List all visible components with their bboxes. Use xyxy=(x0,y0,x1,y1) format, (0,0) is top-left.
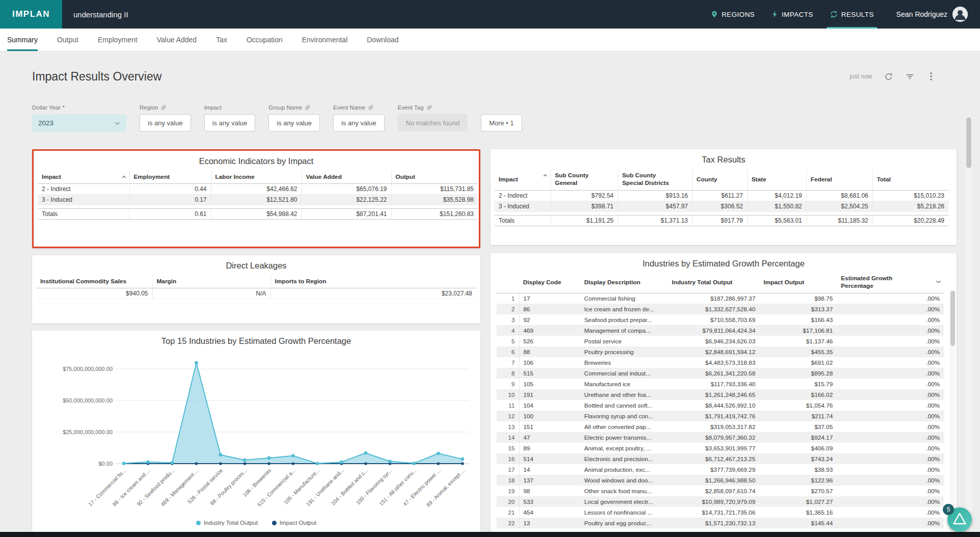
column-header[interactable]: Employment xyxy=(129,171,211,184)
user-menu[interactable]: Sean Rodriguez xyxy=(896,0,968,29)
table-row[interactable]: $940.05N/A$23,027.48 xyxy=(36,288,476,299)
column-header[interactable]: Margin xyxy=(152,275,270,288)
chart-point[interactable] xyxy=(219,462,222,465)
column-header[interactable]: Display Code xyxy=(519,272,580,293)
refresh-button[interactable] xyxy=(883,71,893,82)
chart-point[interactable] xyxy=(316,462,319,465)
table-row[interactable]: 286Ice cream and frozen de...$1,332,627,… xyxy=(497,304,944,314)
column-header[interactable]: State xyxy=(747,169,806,190)
tab-occupation[interactable]: Occupation xyxy=(247,29,283,51)
table-row[interactable]: 1589Animal, except poultry, ...$3,653,90… xyxy=(497,443,944,453)
table-row[interactable]: 12100Flavoring syrup and con...$1,791,41… xyxy=(497,411,944,421)
column-header[interactable]: Sub CountySpecial Districts xyxy=(618,169,692,190)
column-header[interactable]: Display Description xyxy=(580,272,668,293)
chart-point[interactable] xyxy=(243,462,247,465)
nav-regions[interactable]: REGIONS xyxy=(702,0,763,29)
table-row[interactable]: 3 - Induced$398.71$457.97$306.52$1,550.8… xyxy=(495,201,948,211)
filter-toggle-button[interactable] xyxy=(905,71,915,82)
chart-point[interactable] xyxy=(364,451,368,455)
table-row[interactable]: 1447Electric power transmis...$8,079,957… xyxy=(497,432,944,443)
chart-point[interactable] xyxy=(292,462,295,465)
nav-impacts[interactable]: IMPACTS xyxy=(763,0,822,29)
table-row[interactable]: 2 - Indirect$792.54$913.16$611.27$4,012.… xyxy=(495,190,948,201)
column-header[interactable]: Impact xyxy=(495,169,551,190)
table-row[interactable]: 20533Local government electr...$10,989,7… xyxy=(497,496,944,507)
chart-point[interactable] xyxy=(195,361,198,365)
table-row[interactable]: 3 - Induced0.17$12,521.80$22,125.22$35,5… xyxy=(38,195,478,205)
chart-point[interactable] xyxy=(291,454,295,458)
tab-employment[interactable]: Employment xyxy=(98,29,138,51)
column-header[interactable]: Output xyxy=(391,171,478,184)
table-row[interactable]: 7106Breweries$4,483,573,318.83$691.02.00… xyxy=(497,357,944,368)
legend-item[interactable]: Impact Output xyxy=(272,520,316,526)
chart-point[interactable] xyxy=(437,462,440,465)
table-row[interactable]: 10191Urethane and other foa...$1,261,248… xyxy=(497,389,944,400)
scrollbar-thumb[interactable] xyxy=(966,117,971,168)
column-header[interactable]: Value Added xyxy=(302,171,391,184)
column-header[interactable]: Impact xyxy=(38,171,129,184)
chart-point[interactable] xyxy=(267,462,270,465)
table-row[interactable]: 2213Poultry and egg produc...$1,571,230,… xyxy=(497,518,944,528)
chart-point[interactable] xyxy=(171,461,174,465)
chart-point[interactable] xyxy=(461,462,464,465)
dollar-year-select[interactable]: 2023 xyxy=(32,114,126,131)
filter-value-button[interactable]: is any value xyxy=(204,114,256,131)
tab-value-added[interactable]: Value Added xyxy=(157,29,197,51)
column-header[interactable]: Institutional Commodity Sales xyxy=(36,275,152,288)
growth-chart[interactable]: $0.00$25,000,000,000.00$50,000,000,000.0… xyxy=(38,351,474,519)
filter-value-button[interactable]: is any value xyxy=(268,114,320,131)
chart-point[interactable] xyxy=(267,457,271,460)
industries-scrollbar[interactable] xyxy=(950,290,956,530)
table-row[interactable]: 5526Postal service$6,946,234,626.03$1,13… xyxy=(497,336,944,346)
column-header[interactable]: Sub CountyGeneral xyxy=(551,169,618,190)
table-row[interactable]: 1714Animal production, exc...$377,739,66… xyxy=(497,464,944,475)
chart-point[interactable] xyxy=(146,460,150,464)
table-row[interactable]: 688Poultry processing$2,848,691,594.12$4… xyxy=(497,346,944,357)
table-row[interactable]: 21454Lessors of nonfinancial ...$14,731,… xyxy=(497,507,944,518)
chart-point[interactable] xyxy=(437,452,440,455)
chart-point[interactable] xyxy=(461,458,465,461)
table-row[interactable]: 11104Bottled and canned soft...$8,444,52… xyxy=(497,400,944,411)
chart-point[interactable] xyxy=(413,462,416,465)
table-row[interactable]: 1998Other snack food manu...$2,858,097,6… xyxy=(497,486,944,496)
column-header[interactable]: Federal xyxy=(806,169,873,190)
page-scrollbar[interactable] xyxy=(965,116,972,531)
column-header[interactable]: Imports to Region xyxy=(270,275,476,288)
chart-point[interactable] xyxy=(388,460,392,463)
column-header[interactable]: Labor Income xyxy=(211,171,302,184)
totals-row[interactable]: Totals$1,191.25$1,371.13$917.79$5,563.01… xyxy=(495,215,948,226)
nav-results[interactable]: RESULTS xyxy=(822,0,882,29)
table-row[interactable]: 392Seafood product prepar...$710,558,703… xyxy=(497,314,944,325)
chart-point[interactable] xyxy=(243,459,247,462)
totals-row[interactable]: Totals0.61$54,988.42$87,201.41$151,260.8… xyxy=(38,209,478,220)
table-row[interactable]: 9105Manufactured ice$117,793,336.40$15.7… xyxy=(497,379,944,389)
tab-environmental[interactable]: Environmental xyxy=(302,29,348,51)
table-row[interactable]: 8515Commercial and indust...$6,261,341,2… xyxy=(497,368,944,379)
chart-point[interactable] xyxy=(122,462,126,465)
table-row[interactable]: 16514Electronic and precision...$6,712,4… xyxy=(497,453,944,464)
more-filters-button[interactable]: More • 1 xyxy=(481,114,522,131)
kebab-menu-button[interactable] xyxy=(926,71,936,82)
chart-point[interactable] xyxy=(340,461,343,464)
filter-value-button[interactable]: is any value xyxy=(140,114,191,131)
column-header[interactable]: Industry Total Output xyxy=(668,272,759,293)
tab-tax[interactable]: Tax xyxy=(216,29,227,51)
chart-point[interactable] xyxy=(195,462,198,465)
tab-output[interactable]: Output xyxy=(57,29,78,51)
column-header[interactable]: Impact Output xyxy=(759,272,837,293)
chart-point[interactable] xyxy=(364,462,367,465)
tab-download[interactable]: Download xyxy=(367,29,398,51)
implan-logo[interactable]: IMPLAN xyxy=(0,0,62,29)
column-header[interactable]: Estimated GrowthPercentage xyxy=(837,272,944,293)
table-row[interactable]: 4469Management of compa...$79,811,064,42… xyxy=(497,325,944,336)
table-row[interactable]: 13151All other converted pap...$319,053,… xyxy=(497,421,944,432)
chart-point[interactable] xyxy=(219,453,223,457)
column-header[interactable]: County xyxy=(692,169,747,190)
scrollbar-thumb[interactable] xyxy=(950,291,955,346)
column-header[interactable]: Total xyxy=(873,169,948,190)
table-row[interactable]: 117Commercial fishing$187,286,997.37$98.… xyxy=(497,293,944,304)
tab-summary[interactable]: Summary xyxy=(7,29,38,51)
filter-value-button[interactable]: No matches found xyxy=(398,114,468,131)
column-header[interactable] xyxy=(497,272,519,293)
legend-item[interactable]: Industry Total Output xyxy=(196,520,258,526)
